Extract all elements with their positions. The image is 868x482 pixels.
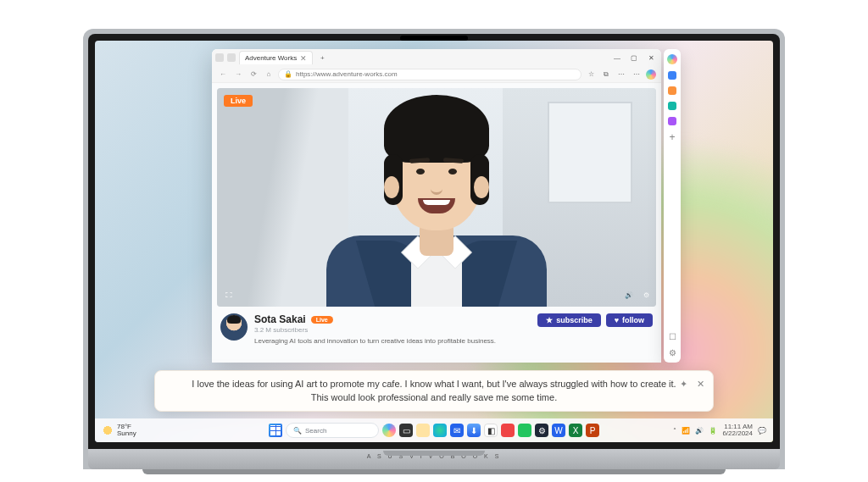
- screen-bezel: Adventure Works ✕ + — ▢ ✕ ← → ⟳ ⌂ 🔒: [88, 34, 780, 449]
- laptop-frame: Adventure Works ✕ + — ▢ ✕ ← → ⟳ ⌂ 🔒: [83, 29, 785, 469]
- subscriber-count: 3.2 M subscribers: [254, 326, 531, 334]
- new-tab-button[interactable]: +: [316, 52, 328, 64]
- xbox-icon[interactable]: [518, 424, 531, 437]
- creator-avatar[interactable]: [220, 313, 248, 341]
- desktop-screen: Adventure Works ✕ + — ▢ ✕ ← → ⟳ ⌂ 🔒: [95, 41, 773, 442]
- browser-titlebar: Adventure Works ✕ + — ▢ ✕: [212, 49, 661, 66]
- caption-sparkle-icon[interactable]: ✦: [677, 378, 689, 390]
- video-bg-window: [548, 102, 632, 203]
- app-red-icon[interactable]: [501, 424, 515, 437]
- collections-button[interactable]: ⧉: [600, 69, 612, 80]
- copilot-icon[interactable]: [646, 69, 656, 80]
- fullscreen-icon[interactable]: ⛶: [222, 288, 236, 302]
- extensions-button[interactable]: ⋯: [615, 69, 627, 80]
- store-icon[interactable]: ⬇: [467, 424, 481, 437]
- sidebar-app-2[interactable]: [668, 86, 676, 95]
- sidebar-copilot-icon[interactable]: [667, 54, 677, 64]
- lock-icon: 🔒: [284, 70, 292, 78]
- tab-close-icon[interactable]: ✕: [300, 54, 307, 63]
- maximize-button[interactable]: ▢: [627, 52, 641, 64]
- browser-window: Adventure Works ✕ + — ▢ ✕ ← → ⟳ ⌂ 🔒: [212, 49, 661, 363]
- home-button[interactable]: ⌂: [263, 69, 275, 80]
- start-button[interactable]: [269, 424, 282, 437]
- outlook-icon[interactable]: ✉: [450, 424, 464, 437]
- browser-toolbar: ← → ⟳ ⌂ 🔒 https://www.adventure-works.co…: [212, 66, 661, 83]
- sun-icon: [102, 424, 114, 436]
- excel-icon[interactable]: X: [569, 424, 582, 437]
- powerpoint-icon[interactable]: P: [586, 424, 599, 437]
- laptop-brand: A S U S V I V O B O O K S: [367, 453, 502, 459]
- wifi-icon[interactable]: 📶: [682, 427, 690, 435]
- tray-chevron-icon[interactable]: ˄: [673, 427, 676, 435]
- tab-title: Adventure Works: [245, 54, 297, 62]
- sidebar-add-button[interactable]: +: [669, 132, 675, 142]
- close-window-button[interactable]: ✕: [644, 52, 658, 64]
- profile-icon[interactable]: [215, 53, 224, 62]
- edge-sidebar: + ☐ ⚙: [664, 49, 681, 363]
- word-icon[interactable]: W: [552, 424, 565, 437]
- star-icon: ★: [546, 316, 553, 324]
- file-explorer-icon[interactable]: [416, 424, 430, 437]
- photos-icon[interactable]: ◧: [484, 424, 498, 437]
- sound-tray-icon[interactable]: 🔊: [695, 427, 704, 435]
- live-badge: Live: [224, 95, 253, 107]
- weather-condition: Sunny: [117, 430, 136, 437]
- subscribe-button[interactable]: ★ subscribe: [537, 313, 601, 327]
- back-button[interactable]: ←: [217, 69, 229, 80]
- sidebar-inbox-icon[interactable]: ☐: [669, 332, 676, 341]
- sidebar-app-3[interactable]: [668, 102, 676, 110]
- heart-icon: ♥: [615, 316, 619, 324]
- task-view-icon[interactable]: ▭: [399, 424, 413, 437]
- video-player[interactable]: Live ⛶ 🔊 ⚙: [217, 88, 656, 307]
- laptop-foot: [142, 469, 726, 474]
- follow-label: follow: [622, 316, 644, 324]
- video-meta: Sota Sakai Live 3.2 M subscribers Levera…: [217, 307, 656, 346]
- taskbar-center: 🔍 Search ▭ ✉ ⬇ ◧ ⚙ W X P: [269, 423, 599, 438]
- menu-button[interactable]: ⋯: [631, 69, 643, 80]
- taskbar-copilot-icon[interactable]: [382, 424, 396, 437]
- notification-icon[interactable]: 💬: [758, 427, 766, 435]
- address-bar[interactable]: 🔒 https://www.adventure-works.com: [278, 69, 581, 80]
- caption-text: I love the ideas for using AI art to pro…: [192, 379, 676, 402]
- browser-tab[interactable]: Adventure Works ✕: [239, 51, 313, 64]
- subscribe-label: subscribe: [556, 316, 593, 324]
- clock-date: 6/22/2024: [722, 430, 753, 437]
- video-description: Leveraging AI tools and innovation to tu…: [254, 337, 531, 345]
- favorite-button[interactable]: ☆: [585, 69, 597, 80]
- search-icon: 🔍: [293, 427, 302, 435]
- page-content: Live ⛶ 🔊 ⚙: [212, 83, 661, 363]
- caption-close-icon[interactable]: ✕: [694, 378, 706, 390]
- action-buttons: ★ subscribe ♥ follow: [537, 313, 653, 327]
- edge-icon[interactable]: [433, 424, 447, 437]
- sidebar-app-4[interactable]: [668, 117, 676, 125]
- volume-icon[interactable]: 🔊: [622, 288, 636, 302]
- minimize-button[interactable]: —: [610, 52, 624, 64]
- video-settings-icon[interactable]: ⚙: [639, 288, 653, 302]
- laptop-base: A S U S V I V O B O O K S: [88, 449, 780, 469]
- sidebar-app-1[interactable]: [668, 71, 676, 80]
- taskbar: 78°F Sunny 🔍 Search ▭ ✉ ⬇ ◧: [95, 418, 773, 442]
- refresh-button[interactable]: ⟳: [248, 69, 259, 80]
- creator-live-pill: Live: [311, 316, 333, 324]
- clock[interactable]: 11:11 AM 6/22/2024: [722, 424, 753, 437]
- settings-icon[interactable]: ⚙: [535, 424, 548, 437]
- battery-icon[interactable]: 🔋: [709, 427, 717, 435]
- system-tray: ˄ 📶 🔊 🔋 11:11 AM 6/22/2024 💬: [673, 424, 766, 437]
- forward-button[interactable]: →: [232, 69, 244, 80]
- creator-name: Sota Sakai: [254, 313, 306, 325]
- search-placeholder: Search: [305, 427, 326, 435]
- taskbar-search[interactable]: 🔍 Search: [286, 423, 379, 438]
- workspace-icon[interactable]: [227, 53, 236, 62]
- url-text: https://www.adventure-works.com: [296, 70, 398, 78]
- sidebar-settings-icon[interactable]: ⚙: [669, 348, 676, 357]
- presenter-illustration: [318, 103, 555, 307]
- weather-widget[interactable]: 78°F Sunny: [102, 424, 136, 437]
- follow-button[interactable]: ♥ follow: [606, 313, 653, 327]
- live-caption-bar: I love the ideas for using AI art to pro…: [154, 370, 714, 412]
